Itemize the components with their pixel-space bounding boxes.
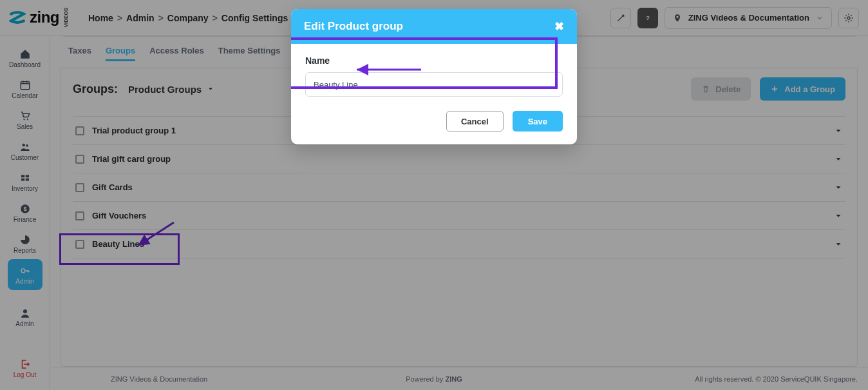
close-icon[interactable]: ✖ — [554, 19, 564, 34]
edit-product-group-modal: Edit Product group ✖ Name Cancel Save — [291, 9, 577, 144]
modal-title: Edit Product group — [304, 20, 403, 33]
cancel-button[interactable]: Cancel — [446, 111, 504, 132]
name-input[interactable] — [305, 72, 563, 97]
save-button[interactable]: Save — [513, 111, 563, 132]
modal-overlay: Edit Product group ✖ Name Cancel Save — [0, 0, 868, 390]
name-label: Name — [305, 55, 563, 66]
